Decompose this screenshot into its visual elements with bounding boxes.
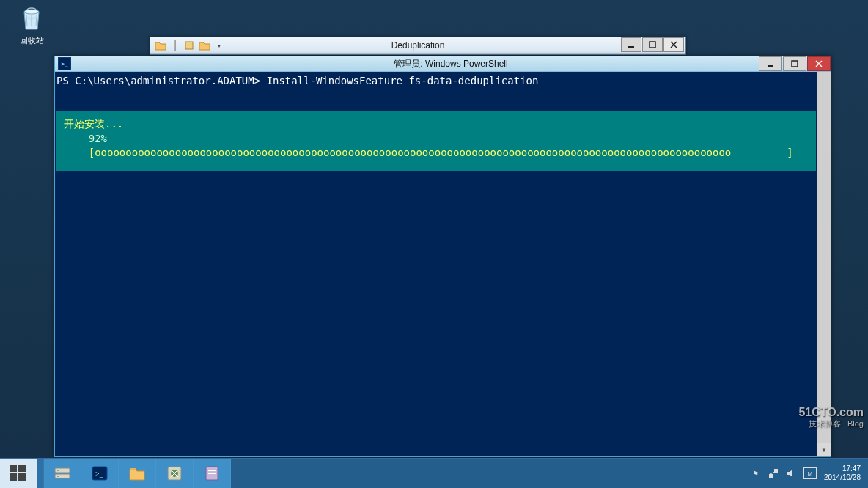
clock[interactable]: 17:47 2014/10/28 — [824, 465, 861, 482]
taskbar-app1[interactable] — [156, 459, 194, 488]
ps-command: Install-WindowsFeature fs-data-deduplica… — [267, 75, 539, 86]
explorer-titlebar[interactable]: | ▾ Deduplication — [150, 37, 685, 54]
powershell-icon: >_ — [58, 57, 71, 70]
ps-close-button[interactable] — [807, 56, 831, 71]
svg-rect-13 — [18, 473, 26, 481]
taskbar-server-manager[interactable] — [44, 459, 81, 488]
svg-rect-12 — [10, 473, 17, 481]
ps-prompt: PS C:\Users\administrator.ADATUM> — [56, 75, 267, 86]
scroll-down-button[interactable]: ▼ — [817, 443, 831, 456]
explorer-close-button[interactable] — [663, 37, 684, 52]
ps-progress-block: 开始安装... 92% [ooooooooooooooooooooooooooo… — [56, 111, 816, 171]
explorer-window[interactable]: | ▾ Deduplication — [150, 37, 686, 55]
folder-icon[interactable] — [155, 40, 166, 51]
ps-command-line: PS C:\Users\administrator.ADATUM> Instal… — [56, 75, 816, 86]
recycle-bin-label: 回收站 — [13, 35, 50, 46]
powershell-console[interactable]: PS C:\Users\administrator.ADATUM> Instal… — [55, 72, 831, 456]
qat-separator: | — [169, 40, 181, 51]
clock-time: 17:47 — [824, 465, 861, 473]
systray[interactable]: ⚑ M 17:47 2014/10/28 — [743, 459, 868, 488]
ime-icon[interactable]: M — [803, 467, 817, 479]
taskbar-filler — [231, 459, 743, 488]
svg-rect-24 — [208, 470, 216, 471]
desktop: 回收站 | ▾ Deduplication — [0, 0, 868, 459]
recycle-bin-icon — [17, 3, 46, 32]
ps-progress-title: 开始安装... — [64, 117, 809, 132]
ps-scrollbar[interactable]: ▲ ▼ — [817, 72, 831, 456]
taskbar-explorer[interactable] — [119, 459, 156, 488]
explorer-maximize-button[interactable] — [642, 37, 663, 52]
svg-rect-1 — [185, 42, 193, 49]
ps-maximize-button[interactable] — [783, 56, 806, 71]
qat-item-icon[interactable] — [184, 40, 196, 51]
svg-text:>_: >_ — [95, 470, 104, 478]
powershell-titlebar[interactable]: >_ 管理员: Windows PowerShell — [55, 56, 831, 72]
svg-rect-10 — [10, 465, 17, 472]
recycle-bin[interactable]: 回收站 — [13, 3, 50, 46]
ps-progress-percent: 92% — [64, 132, 809, 147]
svg-point-16 — [57, 470, 59, 471]
start-button[interactable] — [0, 459, 37, 488]
folder-dup-icon[interactable] — [199, 40, 210, 51]
explorer-minimize-button[interactable] — [621, 37, 641, 52]
powershell-window[interactable]: >_ 管理员: Windows PowerShell PS C:\Users\a… — [54, 56, 831, 457]
taskbar-powershell[interactable]: >_ — [81, 459, 119, 488]
taskbar-app2[interactable] — [194, 459, 231, 488]
svg-point-0 — [24, 10, 39, 14]
svg-rect-7 — [792, 61, 798, 67]
ps-minimize-button[interactable] — [759, 56, 782, 71]
svg-rect-11 — [18, 465, 26, 472]
chevron-down-icon[interactable]: ▾ — [213, 40, 225, 51]
svg-point-17 — [57, 476, 59, 477]
explorer-title: Deduplication — [150, 40, 685, 51]
flag-icon[interactable]: ⚑ — [751, 468, 761, 478]
ps-progress-bar: [ooooooooooooooooooooooooooooooooooooooo… — [64, 146, 809, 160]
powershell-title: 管理员: Windows PowerShell — [71, 58, 831, 70]
taskbar-sep — [37, 459, 44, 488]
svg-rect-20 — [130, 468, 136, 470]
svg-rect-3 — [650, 42, 655, 48]
scroll-thumb[interactable] — [817, 72, 831, 456]
svg-rect-25 — [208, 473, 216, 474]
network-icon[interactable] — [768, 468, 779, 478]
taskbar: >_ ⚑ M 17:47 2014/10/28 — [0, 458, 868, 488]
clock-date: 2014/10/28 — [824, 473, 861, 482]
svg-rect-26 — [769, 474, 773, 478]
volume-icon[interactable] — [786, 468, 796, 478]
